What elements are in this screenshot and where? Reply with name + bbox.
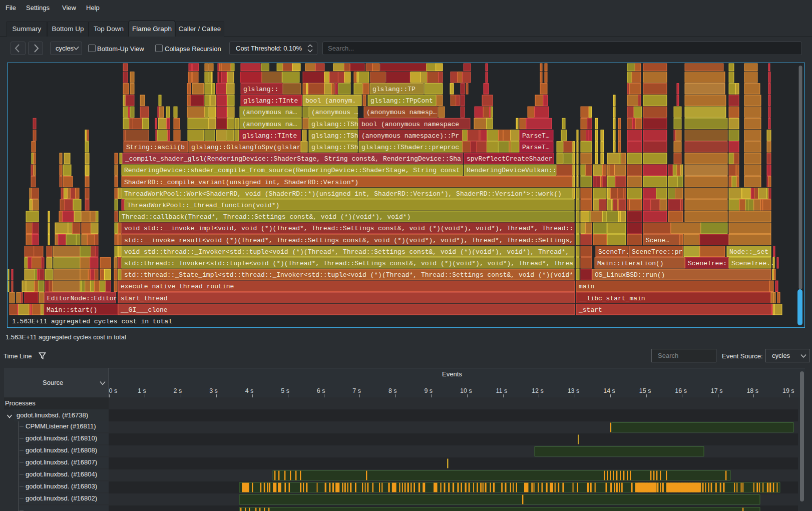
svg-text:glslang::TInte: glslang::TInte [243,97,298,105]
svg-text:ShaderRD::_compile_variant(uns: ShaderRD::_compile_variant(unsigned int,… [124,179,358,186]
svg-text:std::thread::_State_impl<std::: std::thread::_State_impl<std::thread::_I… [124,271,573,279]
svg-text:main: main [579,283,594,290]
svg-text:ThreadWorkPool::Work<ShaderRD,: ThreadWorkPool::Work<ShaderRD, void (Sha… [124,190,562,198]
svg-text:Thread::callback(Thread*, Thre: Thread::callback(Thread*, Thread::Settin… [122,213,411,221]
svg-text:(anonymous namespace)::Pr: (anonymous namespace)::Pr [361,132,459,140]
svg-text:glslang::GlslangToSpv(glslar: glslang::GlslangToSpv(glslar [191,144,300,151]
svg-text:1.563E+11 aggregated cycles co: 1.563E+11 aggregated cycles cost in tota… [12,318,172,325]
svg-text:(anonymous na…: (anonymous na… [242,109,297,116]
svg-text:Scene…: Scene… [646,237,669,244]
svg-text:ParseT…: ParseT… [522,144,550,151]
svg-text:Main::iteration(): Main::iteration() [597,260,664,267]
svg-text:glslang::TSh: glslang::TSh [311,132,358,140]
svg-text:glslang::TSh: glslang::TSh [311,144,358,151]
svg-text:SceneTr.: SceneTr. [598,248,629,256]
svg-text:glslang::: glslang:: [243,86,278,93]
svg-text:spvReflectCreateShader: spvReflectCreateShader [467,155,553,163]
svg-text:__libc_start_main: __libc_start_main [578,295,645,302]
svg-text:ThreadWorkPool::_thread_functi: ThreadWorkPool::_thread_function(void*) [127,202,279,209]
svg-text:void std::__invoke_impl<void,: void std::__invoke_impl<void, void (*)(T… [124,225,573,232]
svg-text:bool (anonymous namespace: bool (anonymous namespace [361,121,459,128]
svg-text:SceneTree..: SceneTree.. [731,260,774,267]
svg-text:void std::thread::_Invoker<std: void std::thread::_Invoker<std::tuple<vo… [124,248,569,256]
svg-text:(anonymous namesp…: (anonymous namesp… [366,109,437,116]
svg-text:execute_native_thread_routine: execute_native_thread_routine [121,283,234,290]
svg-text:OS_LinuxBSD::run(): OS_LinuxBSD::run() [595,271,665,279]
svg-text:(anonymous …: (anonymous … [311,109,358,116]
svg-text:RenderingDeviceVulkan::: RenderingDeviceVulkan:: [467,167,556,174]
svg-text:glslang::TSh: glslang::TSh [311,121,358,128]
svg-text:RenderingDevice::shader_compil: RenderingDevice::shader_compile_from_sou… [124,167,460,174]
svg-text:String::ascii(b: String::ascii(b [126,144,185,151]
svg-text:(anonymous na…: (anonymous na… [242,121,297,128]
svg-text:_compile_shader_glsl(Rendering: _compile_shader_glsl(RenderingDevice::Sh… [125,155,461,163]
svg-text:_start: _start [578,306,602,314]
svg-text:start_thread: start_thread [121,295,168,302]
svg-text:SceneTree::pr: SceneTree::pr [632,248,682,256]
svg-text:glslang::TP: glslang::TP [372,86,416,93]
svg-text:glslang::TPpCont: glslang::TPpCont [370,97,433,105]
svg-text:Node::_set: Node::_set [729,248,768,256]
svg-text:Main::start(): Main::start() [47,306,97,314]
svg-text:ParseT…: ParseT… [522,132,550,140]
svg-text:glslang::TInte: glslang::TInte [242,132,297,140]
svg-text:bool (anonym.: bool (anonym. [305,97,356,105]
svg-text:std::thread::_Invoker<std::tup: std::thread::_Invoker<std::tuple<void (*… [124,260,573,267]
svg-text:std::__invoke_result<void (*)(: std::__invoke_result<void (*)(Thread*, T… [124,237,573,244]
svg-text:EditorNode::Editor: EditorNode::Editor [47,295,117,302]
svg-text:glslang::TShader::preproc: glslang::TShader::preproc [361,144,459,151]
svg-text:__GI___clone: __GI___clone [120,306,168,314]
svg-text:SceneTree:: SceneTree: [688,260,727,267]
